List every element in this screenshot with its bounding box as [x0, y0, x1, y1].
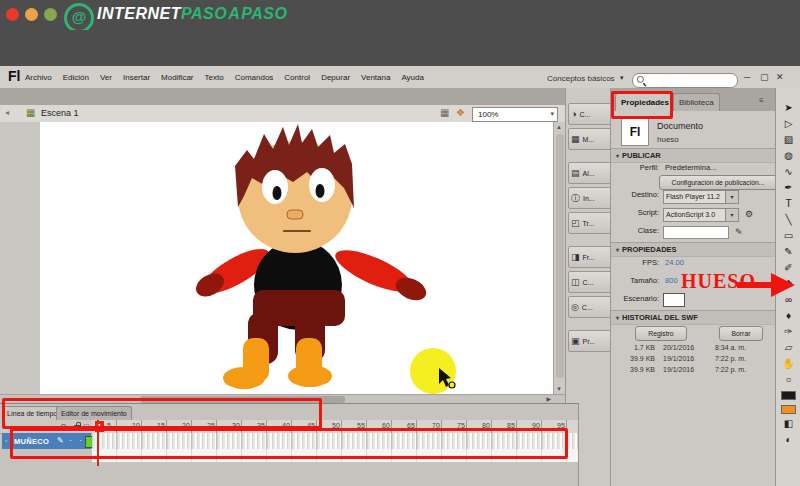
fps-value[interactable]: 24.00: [665, 258, 684, 267]
edit-scene-icon[interactable]: ▦: [440, 107, 449, 118]
escenario-color-swatch[interactable]: [663, 293, 685, 307]
restore-icon[interactable]: ▢: [760, 72, 769, 82]
componentes-panel[interactable]: ◫C...: [568, 271, 612, 293]
borrar-button[interactable]: Borrar: [719, 326, 763, 341]
menu-modificar[interactable]: Modificar: [161, 73, 193, 82]
swap-colors-tool[interactable]: ◐: [776, 432, 800, 448]
collapse-icon[interactable]: ▾: [616, 153, 619, 159]
tab-editor-de-movimiento[interactable]: Editor de movimiento: [56, 406, 132, 421]
stage[interactable]: [40, 122, 553, 394]
frame-ruler[interactable]: 5101520253035404550556065707580859095: [92, 420, 578, 433]
menu-depurar[interactable]: Depurar: [321, 73, 350, 82]
layer-visibility-dot[interactable]: ·: [69, 435, 72, 445]
menu-edición[interactable]: Edición: [63, 73, 89, 82]
selection-tool[interactable]: ➤: [776, 100, 800, 116]
horizontal-scrollbar-thumb[interactable]: [140, 396, 345, 403]
collapse-icon[interactable]: ▾: [616, 247, 619, 253]
flash-search-input[interactable]: [632, 73, 738, 88]
scroll-right-icon[interactable]: ▶: [546, 395, 551, 402]
hand-tool[interactable]: ✋: [776, 356, 800, 372]
configuracion-publicacion-button[interactable]: Configuración de publicación...: [659, 175, 777, 190]
keyframes-strip[interactable]: [92, 433, 578, 449]
clase-input[interactable]: [663, 226, 729, 239]
subselection-tool[interactable]: ▷: [776, 116, 800, 132]
menu-ver[interactable]: Ver: [100, 73, 112, 82]
wrench-icon[interactable]: ⚙: [745, 209, 753, 219]
section-publicar[interactable]: ▾PUBLICAR: [611, 148, 775, 163]
pencil-icon[interactable]: ✎: [735, 227, 743, 237]
muestras-panel[interactable]: ▦M...: [568, 128, 612, 150]
zoom-level-select[interactable]: 100% ▾: [472, 107, 558, 122]
destino-select[interactable]: Flash Player 11.2: [663, 190, 729, 204]
destino-dropdown-icon[interactable]: ▾: [725, 190, 739, 204]
fragmentos-codigo-panel[interactable]: ◨Fr...: [568, 246, 612, 268]
traffic-light-zoom-icon[interactable]: [44, 8, 57, 21]
tamano-value[interactable]: 800: [665, 276, 678, 285]
registro-button[interactable]: Registro: [635, 326, 687, 341]
scroll-up-icon[interactable]: ▲: [556, 124, 562, 130]
rectangle-tool[interactable]: ▭: [776, 228, 800, 244]
outline-square-icon[interactable]: □: [84, 422, 89, 431]
document-name-field[interactable]: hueso: [657, 135, 679, 144]
zoom-tool[interactable]: ○: [776, 372, 800, 388]
destino-row: Destino: Flash Player 11.2 ▾: [611, 190, 775, 203]
workspace-selector[interactable]: Conceptos básicos: [547, 74, 615, 83]
minimize-icon[interactable]: ─: [744, 72, 750, 82]
scene-breadcrumb[interactable]: Escena 1: [41, 108, 79, 118]
line-tool[interactable]: ╲: [776, 212, 800, 228]
script-select[interactable]: ActionScript 3.0: [663, 208, 729, 222]
section-historial[interactable]: ▾HISTORIAL DEL SWF: [611, 310, 775, 325]
menu-items: ArchivoEdiciónVerInsertarModificarTextoC…: [25, 66, 424, 88]
lasso-tool[interactable]: ∿: [776, 164, 800, 180]
close-icon[interactable]: ✕: [776, 72, 784, 82]
panel-menu-icon[interactable]: ≡: [759, 96, 764, 105]
menu-comandos[interactable]: Comandos: [235, 73, 274, 82]
menu-control[interactable]: Control: [284, 73, 310, 82]
eye-icon[interactable]: ⊙: [60, 422, 67, 431]
alinear-panel[interactable]: ▤Al...: [568, 162, 612, 184]
menu-ventana[interactable]: Ventana: [361, 73, 390, 82]
layer-lock-dot[interactable]: ·: [79, 435, 82, 445]
proyecto-panel[interactable]: ▣Pr...: [568, 330, 612, 352]
scroll-down-icon[interactable]: ▼: [556, 386, 562, 392]
menu-archivo[interactable]: Archivo: [25, 73, 52, 82]
comportamientos-panel[interactable]: ◎C...: [568, 296, 612, 318]
traffic-light-close-icon[interactable]: [6, 8, 19, 21]
clase-label: Clase:: [611, 226, 659, 235]
menu-texto[interactable]: Texto: [205, 73, 224, 82]
stroke-color-swatch[interactable]: [776, 388, 800, 402]
eraser-tool[interactable]: ▱: [776, 340, 800, 356]
free-transform-tool[interactable]: ▧: [776, 132, 800, 148]
transformar-panel[interactable]: ◰Tr...: [568, 212, 612, 234]
menu-ayuda[interactable]: Ayuda: [401, 73, 424, 82]
tab-biblioteca[interactable]: Biblioteca: [673, 93, 720, 111]
vertical-scrollbar-thumb[interactable]: [556, 134, 564, 378]
perfil-value[interactable]: Predetermina...: [665, 163, 716, 172]
paint-bucket-tool[interactable]: ♦: [776, 308, 800, 324]
lock-icon[interactable]: [74, 425, 81, 430]
black-white-colors-tool[interactable]: ◧: [776, 416, 800, 432]
fill-color-swatch[interactable]: [776, 402, 800, 416]
color-panel[interactable]: ◑C...: [568, 103, 612, 125]
script-dropdown-icon[interactable]: ▾: [725, 208, 739, 222]
informacion-panel[interactable]: ⓘIn...: [568, 187, 612, 209]
pencil-tool[interactable]: ✎: [776, 244, 800, 260]
pen-tool[interactable]: ✒: [776, 180, 800, 196]
workspace-dropdown-icon[interactable]: ▾: [620, 74, 624, 82]
traffic-light-minimize-icon[interactable]: [25, 8, 38, 21]
eyedropper-tool[interactable]: ✑: [776, 324, 800, 340]
menu-insertar[interactable]: Insertar: [123, 73, 150, 82]
breadcrumb-back-icon[interactable]: ◂: [5, 108, 9, 117]
tab-propiedades[interactable]: Propiedades: [615, 93, 675, 111]
section-propiedades[interactable]: ▾PROPIEDADES: [611, 242, 775, 257]
edit-symbols-icon[interactable]: ❖: [456, 107, 465, 118]
tab-linea-de-tiempo[interactable]: Línea de tiempo: [2, 406, 62, 421]
text-tool[interactable]: T: [776, 196, 800, 212]
layer-muneco[interactable]: ▫ MUÑECO ✎ · ·: [2, 433, 91, 449]
collapse-icon[interactable]: ▾: [616, 315, 619, 321]
layer-name[interactable]: MUÑECO: [14, 437, 49, 446]
playhead-marker[interactable]: 1: [95, 421, 104, 432]
frame-number: 90: [532, 422, 540, 429]
empty-frames-strip[interactable]: [92, 449, 578, 462]
3d-rotation-tool[interactable]: ◍: [776, 148, 800, 164]
